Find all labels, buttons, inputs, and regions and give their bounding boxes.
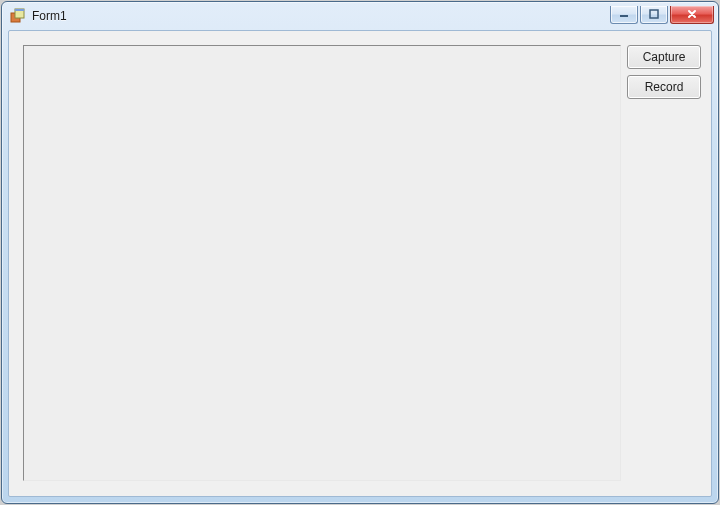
client-area: Capture Record (8, 30, 712, 497)
minimize-button[interactable] (610, 6, 638, 24)
svg-rect-2 (15, 9, 24, 11)
svg-rect-3 (620, 15, 628, 17)
window-controls (610, 6, 714, 24)
window-title: Form1 (32, 9, 610, 23)
app-window: Form1 Capture Record (1, 1, 719, 504)
app-icon (10, 8, 26, 24)
picture-box (23, 45, 621, 481)
side-button-panel: Capture Record (627, 45, 701, 99)
maximize-button[interactable] (640, 6, 668, 24)
record-button[interactable]: Record (627, 75, 701, 99)
capture-button[interactable]: Capture (627, 45, 701, 69)
close-button[interactable] (670, 6, 714, 24)
svg-rect-4 (650, 10, 658, 18)
titlebar[interactable]: Form1 (2, 2, 718, 30)
